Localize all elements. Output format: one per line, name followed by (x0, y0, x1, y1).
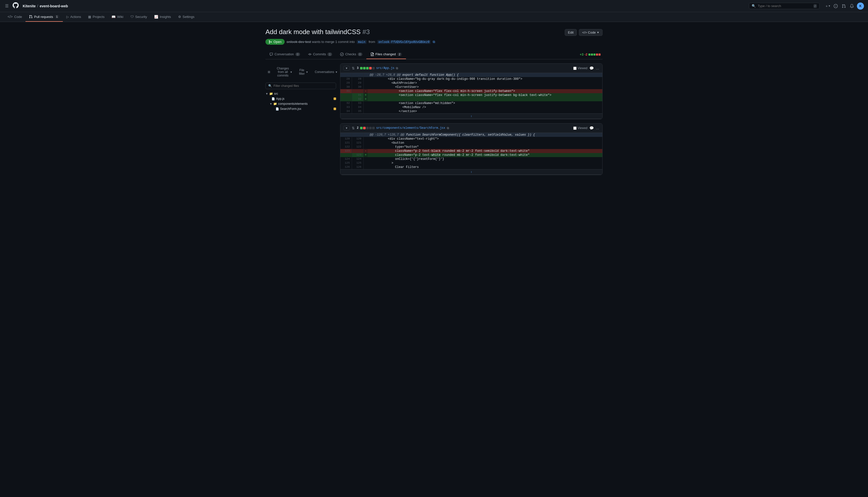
main-content: Add dark mode with tailwindCSS #3 Edit <… (258, 22, 610, 185)
collapse-button[interactable]: ▼ (343, 66, 350, 70)
collapse-button[interactable]: ▼ (343, 126, 350, 130)
viewed-checkbox[interactable] (573, 127, 577, 130)
filter-input[interactable] (274, 84, 333, 88)
chevron-down-icon: ▼ (306, 71, 308, 73)
add-comment-button[interactable]: 💬 (589, 66, 594, 70)
add-comment-button[interactable]: 💬 (589, 126, 594, 130)
repo-tab-wiki[interactable]: 📖 Wiki (108, 12, 127, 22)
sidebar-toggle-button[interactable]: ⊞ (265, 69, 273, 75)
viewed-checkbox-label: Viewed (573, 126, 587, 130)
repo-tab-projects[interactable]: ▦ Projects (85, 12, 108, 22)
hamburger-button[interactable]: ☰ (4, 2, 10, 9)
plus-icon: + (826, 4, 828, 8)
diff-stat-summary: +3 -2 (580, 53, 601, 56)
pr-title-actions: Edit </> Code ▼ (565, 29, 603, 36)
new-item-button[interactable]: + ▼ (826, 4, 831, 8)
nav-actions: + ▼ K (826, 2, 864, 10)
chevron-down-icon: ▼ (828, 4, 831, 7)
copy-filepath-button[interactable]: ⧉ (396, 67, 398, 70)
repo-tab-pull-requests[interactable]: Pull requests 1 (26, 12, 62, 22)
repo-tab-insights[interactable]: 📈 Insights (151, 12, 175, 22)
line-num-old (340, 73, 352, 77)
from-text: from (369, 40, 375, 44)
line-num-new (352, 89, 364, 93)
repo-link[interactable]: event-board-web (40, 4, 68, 8)
repo-tab-code[interactable]: </> Code (4, 12, 26, 22)
tab-conversation[interactable]: Conversation 0 (265, 50, 304, 59)
line-code (368, 97, 602, 101)
stat-block-add2 (591, 54, 593, 56)
copy-branch-button[interactable]: ⧉ (433, 40, 435, 44)
code-button[interactable]: </> Code ▼ (579, 29, 603, 36)
dir-src[interactable]: ▼ 📁 src (265, 91, 336, 96)
repo-tab-actions[interactable]: ▷ Actions (63, 12, 85, 22)
issues-button[interactable] (833, 3, 839, 9)
tab-commits-label: Commits (313, 52, 326, 56)
line-num-old: 124 (340, 157, 352, 161)
more-options-button[interactable]: … (596, 126, 599, 130)
org-link[interactable]: Kitenite (23, 4, 35, 8)
tab-files-changed[interactable]: Files changed 2 (366, 50, 406, 59)
diff-row: 30 30 <CurrentUser> (340, 85, 602, 89)
chevron-down-icon: ▼ (597, 31, 599, 34)
filter-changed-files: 🔍 (265, 83, 336, 89)
repo-tab-settings[interactable]: ⚙ Settings (175, 12, 198, 22)
line-num-new: 122 (352, 145, 364, 149)
sidebar-toggle-icon: ⊞ (268, 70, 270, 74)
line-num-new: 28 (352, 77, 364, 81)
search-icon: 🔍 (752, 4, 756, 8)
more-options-button[interactable]: … (596, 66, 599, 70)
tab-commits[interactable]: Commits 1 (304, 50, 336, 59)
sign (364, 141, 368, 145)
diff-stat-count: 3 (357, 67, 358, 70)
add-block (363, 67, 366, 69)
file-filter-button[interactable]: File filter ▼ (297, 67, 311, 77)
avatar[interactable]: K (857, 2, 864, 10)
diff-row-deleted: 31 - <section className="flex flex-col m… (340, 89, 602, 93)
notifications-button[interactable] (849, 3, 855, 9)
diff-header-left: ▼ ⇅ 3 src/App.js ⧉ (343, 66, 571, 71)
search-bar: 🔍 / (749, 3, 820, 9)
pr-tabs: Conversation 0 Commits 1 Checks 0 Files … (265, 50, 603, 59)
code-bracket-icon: </> (582, 31, 587, 34)
conversations-button[interactable]: Conversations ▼ (313, 69, 340, 75)
diff-content-searchform: @@ -120,7 +120,7 @@ function SearchFormC… (340, 133, 602, 175)
line-num-new: 124 (352, 157, 364, 161)
expand-button[interactable]: ⇅ (351, 66, 355, 71)
head-branch: onlook-FfUQVGv16Ypo0UvGBUez0 (377, 40, 431, 44)
line-num-old: 28 (340, 77, 352, 81)
line-num-new: 31 (352, 93, 364, 97)
base-branch: main (357, 40, 367, 44)
line-num-old: 33 (340, 105, 352, 109)
sign (364, 101, 368, 105)
line-code: </section> (368, 109, 602, 113)
diff-row: 29 29 <AuthProvider> (340, 81, 602, 85)
diff-file-header-searchform: ▼ ⇅ 2 src/components/elements/SearchForm… (340, 124, 602, 133)
copy-filepath-button[interactable]: ⧉ (447, 126, 449, 130)
expand-row[interactable]: ↕ (340, 113, 602, 119)
gear-icon: ⚙ (178, 15, 181, 19)
line-code: className="p-2 text-black rounded mb-2 m… (368, 149, 602, 153)
file-searchform-jsx[interactable]: 📄 SearchForm.jsx (265, 106, 336, 111)
edit-button[interactable]: Edit (565, 29, 577, 36)
dir-components-elements[interactable]: ▼ 📁 components/elements (265, 101, 336, 106)
repo-tab-security[interactable]: 🛡 Security (127, 12, 151, 22)
commits-filter-button[interactable]: Changes from all commits ▼ (275, 66, 295, 79)
expand-row[interactable]: ↕ (340, 169, 602, 175)
file-app-js[interactable]: 📄 App.js (265, 96, 336, 101)
search-input[interactable] (758, 4, 811, 8)
filepath-app-js[interactable]: src/App.js (376, 67, 394, 70)
repo-tab-security-label: Security (135, 15, 147, 19)
files-changed-layout: ⊞ Changes from all commits ▼ File filter… (265, 63, 603, 179)
check-icon (340, 53, 344, 56)
stat-block-add1 (588, 54, 590, 56)
line-num-new: 121 (352, 141, 364, 145)
pull-requests-button[interactable] (841, 3, 847, 9)
line-code: <CurrentUser> (368, 85, 602, 89)
tab-checks[interactable]: Checks 0 (336, 50, 366, 59)
expand-button[interactable]: ⇅ (351, 126, 355, 130)
filepath-searchform[interactable]: src/components/elements/SearchForm.jsx (376, 126, 445, 130)
viewed-checkbox[interactable] (573, 67, 577, 70)
file-changed-indicator (334, 98, 336, 100)
book-icon: 📖 (112, 15, 116, 19)
